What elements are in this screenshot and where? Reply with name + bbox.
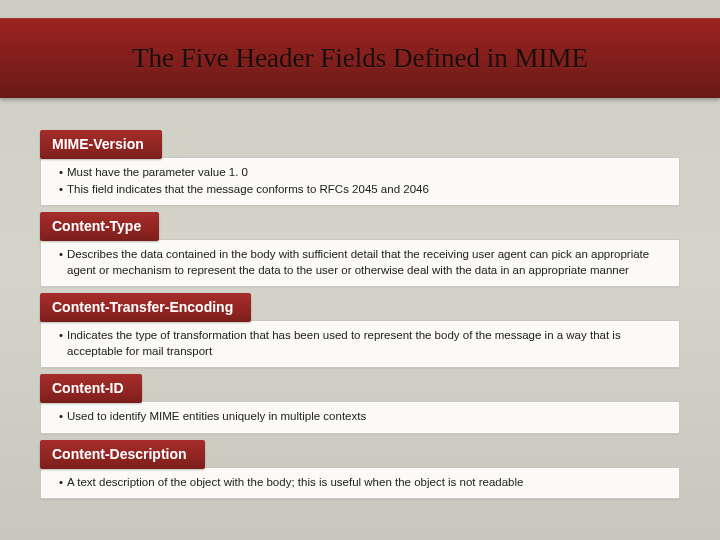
bullet-item: •Must have the parameter value 1. 0 <box>59 165 665 181</box>
bullet-text: A text description of the object with th… <box>67 475 665 491</box>
content-area: MIME-Version •Must have the parameter va… <box>40 130 680 530</box>
bullet-text: Indicates the type of transformation tha… <box>67 328 665 359</box>
slide: The Five Header Fields Defined in MIME M… <box>0 0 720 540</box>
bullet-dot-icon: • <box>59 165 63 181</box>
bullet-item: •Used to identify MIME entities uniquely… <box>59 409 665 425</box>
bullet-item: •A text description of the object with t… <box>59 475 665 491</box>
bullet-text: Describes the data contained in the body… <box>67 247 665 278</box>
bullet-dot-icon: • <box>59 409 63 425</box>
section-body: •Indicates the type of transformation th… <box>40 320 680 368</box>
bullet-dot-icon: • <box>59 475 63 491</box>
section-heading: MIME-Version <box>40 130 162 159</box>
section-heading: Content-ID <box>40 374 142 403</box>
section-content-type: Content-Type •Describes the data contain… <box>40 212 680 287</box>
bullet-text: Used to identify MIME entities uniquely … <box>67 409 665 425</box>
slide-title: The Five Header Fields Defined in MIME <box>132 43 588 74</box>
section-body: •Used to identify MIME entities uniquely… <box>40 401 680 434</box>
bullet-dot-icon: • <box>59 182 63 198</box>
section-heading: Content-Type <box>40 212 159 241</box>
section-content-id: Content-ID •Used to identify MIME entiti… <box>40 374 680 434</box>
bullet-item: •This field indicates that the message c… <box>59 182 665 198</box>
section-content-description: Content-Description •A text description … <box>40 440 680 500</box>
bullet-dot-icon: • <box>59 247 63 278</box>
section-body: •Describes the data contained in the bod… <box>40 239 680 287</box>
section-body: •Must have the parameter value 1. 0 •Thi… <box>40 157 680 206</box>
section-heading: Content-Transfer-Encoding <box>40 293 251 322</box>
bullet-text: Must have the parameter value 1. 0 <box>67 165 665 181</box>
title-band: The Five Header Fields Defined in MIME <box>0 18 720 98</box>
bullet-item: •Indicates the type of transformation th… <box>59 328 665 359</box>
bullet-dot-icon: • <box>59 328 63 359</box>
section-body: •A text description of the object with t… <box>40 467 680 500</box>
section-content-transfer-encoding: Content-Transfer-Encoding •Indicates the… <box>40 293 680 368</box>
bullet-text: This field indicates that the message co… <box>67 182 665 198</box>
section-mime-version: MIME-Version •Must have the parameter va… <box>40 130 680 206</box>
bullet-item: •Describes the data contained in the bod… <box>59 247 665 278</box>
section-heading: Content-Description <box>40 440 205 469</box>
